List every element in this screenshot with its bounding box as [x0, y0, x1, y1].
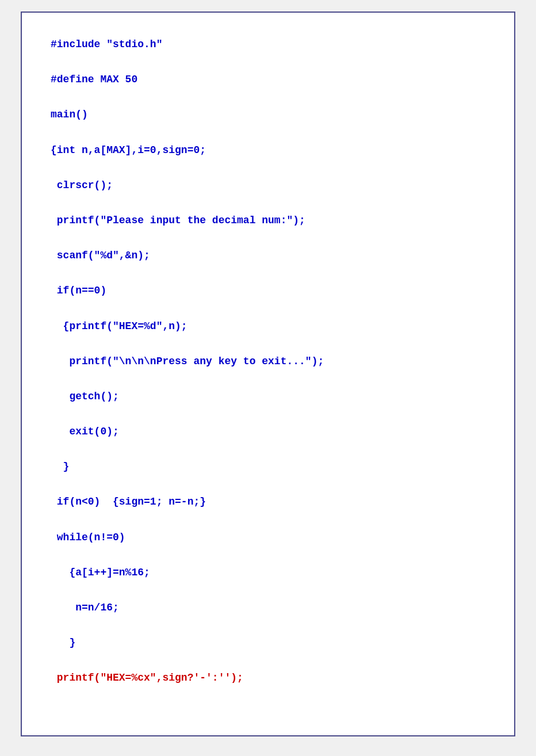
code-line: clrscr();: [51, 180, 113, 191]
code-content: #include "stdio.h" #define MAX 50 main()…: [51, 36, 485, 687]
code-line: #define MAX 50: [51, 74, 137, 85]
code-line: main(): [51, 109, 88, 120]
code-line: }: [51, 637, 75, 648]
code-line: }: [51, 461, 69, 472]
code-line: {int n,a[MAX],i=0,sign=0;: [51, 144, 206, 156]
code-line: {a[i++]=n%16;: [51, 567, 150, 578]
code-line: {printf("HEX=%d",n);: [51, 320, 187, 332]
code-line: scanf("%d",&n);: [51, 250, 150, 261]
code-line: printf("HEX=%cx",sign?'-':'');: [51, 672, 243, 684]
code-line: #include "stdio.h": [51, 39, 162, 50]
code-line: while(n!=0): [51, 532, 125, 543]
code-line: getch();: [51, 391, 119, 402]
code-line: printf("\n\n\nPress any key to exit...")…: [51, 356, 324, 367]
code-line: n=n/16;: [51, 602, 119, 613]
code-line: if(n<0) {sign=1; n=-n;}: [51, 496, 206, 507]
code-editor: #include "stdio.h" #define MAX 50 main()…: [21, 12, 515, 736]
code-line: printf("Please input the decimal num:");: [51, 215, 305, 226]
code-line: if(n==0): [51, 285, 106, 296]
code-line: exit(0);: [51, 426, 119, 437]
